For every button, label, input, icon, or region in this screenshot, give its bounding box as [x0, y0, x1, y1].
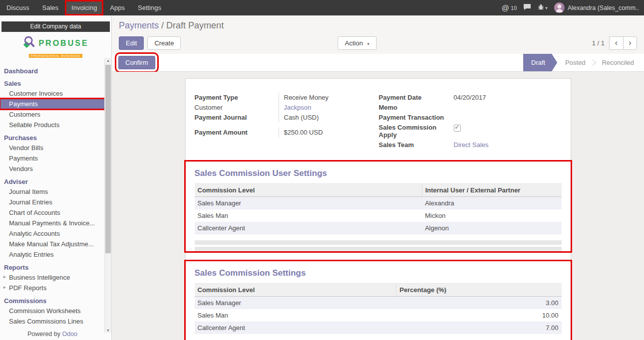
sidebar-heading-adviser[interactable]: Adviser	[0, 176, 105, 186]
cell-commission-level: Callcenter Agent	[195, 222, 422, 234]
status-posted[interactable]: Posted	[557, 54, 593, 71]
activity-count: 10	[511, 5, 517, 11]
avatar	[554, 2, 565, 13]
field-label: Payment Type	[195, 93, 279, 103]
sales-commission-user-settings-section: Sales Commission User Settings Commissio…	[186, 162, 571, 251]
cell-commission-level: Callcenter Agent	[195, 322, 396, 334]
status-draft[interactable]: Draft	[523, 54, 557, 71]
caret-down-icon: ▾	[545, 5, 548, 10]
sales-team-link[interactable]: Direct Sales	[454, 141, 489, 149]
field-label: Sales Commission Apply	[379, 123, 449, 140]
table-row[interactable]: Sales Manager Alexandra	[195, 197, 562, 210]
logo-text: PROBUSE	[38, 39, 88, 48]
table-row[interactable]: Callcenter Agent 7.00	[195, 322, 562, 334]
customer-link[interactable]: Jackpson	[284, 104, 312, 111]
caret-down-icon: ▾	[367, 41, 370, 46]
table-row[interactable]: Sales Man Mickon	[195, 209, 562, 222]
activities-menu[interactable]: @ 10	[502, 3, 517, 12]
status-reconciled[interactable]: Reconciled	[594, 54, 642, 71]
sidebar-item-sales-commissions-lines[interactable]: Sales Commissions Lines	[0, 316, 105, 327]
sidebar-item-analytic-accounts[interactable]: Analytic Accounts	[0, 228, 105, 239]
mention-icon: @	[502, 3, 509, 12]
user-menu[interactable]: Alexandra (Sales_comm..	[554, 2, 639, 13]
menu-discuss[interactable]: Discuss	[0, 0, 36, 15]
sidebar-item-pdf-reports[interactable]: ▸ PDF Reports	[0, 283, 105, 293]
sidebar-item-analytic-entries[interactable]: Analytic Entries	[0, 249, 105, 260]
sidebar-scrollbar[interactable]: ▲ ▼	[104, 58, 111, 333]
sidebar-item-payments-purchases[interactable]: Payments	[0, 153, 105, 164]
field-payment-journal: Payment Journal Cash (USD)	[195, 113, 374, 123]
edit-button[interactable]: Edit	[119, 36, 144, 50]
sidebar-item-vendors[interactable]: Vendors	[0, 164, 105, 174]
menu-invoicing[interactable]: Invoicing	[65, 0, 103, 15]
sidebar-item-payments-sales[interactable]: Payments	[0, 99, 105, 109]
sidebar-item-customer-invoices[interactable]: Customer Invoices	[0, 88, 105, 99]
sidebar-heading-dashboard[interactable]: Dashboard	[0, 65, 105, 76]
pager-next-button[interactable]: ›	[623, 36, 637, 50]
menu-sales[interactable]: Sales	[36, 0, 65, 15]
pager-value: 1 / 1	[592, 39, 605, 47]
sidebar-item-manual-payments-invoice[interactable]: Manual Payments & Invoice...	[0, 218, 105, 228]
cell-commission-level: Sales Manager	[195, 197, 422, 210]
sidebar-heading-purchases[interactable]: Purchases	[0, 132, 105, 143]
cell-percentage: 7.00	[396, 322, 562, 334]
field-sales-team: Sales Team Direct Sales	[379, 140, 562, 150]
table-row[interactable]: Sales Manager 3.00	[195, 297, 562, 310]
column-commission-level[interactable]: Commission Level	[195, 184, 422, 197]
debug-menu[interactable]: ▾	[538, 4, 548, 12]
action-dropdown-button[interactable]: Action ▾	[338, 36, 376, 50]
edit-company-button[interactable]: Edit Company data	[1, 21, 110, 32]
breadcrumb-payments-link[interactable]: Payments	[119, 20, 159, 30]
sidebar-item-make-manual-tax-adjustment[interactable]: Make Manual Tax Adjustme...	[0, 239, 105, 249]
sidebar-heading-reports[interactable]: Reports	[0, 262, 105, 272]
column-percentage[interactable]: Percentage (%)	[396, 284, 562, 297]
menu-apps[interactable]: Apps	[103, 0, 131, 15]
breadcrumb-current: Draft Payment	[166, 20, 224, 30]
cell-user: Mickon	[422, 209, 561, 222]
sidebar-heading-commissions[interactable]: Commissions	[0, 295, 105, 306]
confirm-button[interactable]: Confirm	[118, 56, 155, 69]
sidebar-item-sellable-products[interactable]: Sellable Products	[0, 120, 105, 130]
sidebar-item-vendor-bills[interactable]: Vendor Bills	[0, 143, 105, 153]
breadcrumb-separator: /	[161, 20, 164, 30]
menu-settings[interactable]: Settings	[131, 0, 168, 15]
sales-commission-apply-checkbox[interactable]: ✓	[454, 125, 461, 132]
field-payment-date: Payment Date 04/20/2017	[379, 93, 562, 103]
expand-icon: ▸	[3, 285, 6, 290]
button-row: Edit Create Action ▾ 1 / 1 ‹ ›	[119, 36, 637, 50]
pager-previous-button[interactable]: ‹	[609, 36, 623, 50]
table-row[interactable]: Sales Man 10.00	[195, 309, 562, 322]
cell-user: Alexandra	[422, 197, 561, 210]
section-title: Sales Commission Settings	[195, 268, 562, 278]
form-sheet: Payment Type Receive Money Customer Jack…	[185, 78, 571, 340]
sidebar-heading-sales[interactable]: Sales	[0, 78, 105, 88]
field-label: Payment Journal	[195, 113, 279, 123]
breadcrumb: Payments / Draft Payment	[119, 20, 637, 31]
scroll-down-icon[interactable]: ▼	[105, 329, 111, 332]
sidebar-item-customers[interactable]: Customers	[0, 109, 105, 120]
sidebar-item-journal-items[interactable]: Journal Items	[0, 186, 105, 197]
column-commission-level[interactable]: Commission Level	[195, 284, 396, 297]
sidebar-item-business-intelligence[interactable]: ▸ Business Intelligence	[0, 272, 105, 283]
sidebar-item-commission-worksheets[interactable]: Commission Worksheets	[0, 306, 105, 316]
scroll-up-icon[interactable]: ▲	[105, 59, 111, 62]
payment-date-value: 04/20/2017	[449, 93, 562, 103]
messages-menu[interactable]	[523, 3, 531, 12]
cell-commission-level: Sales Manager	[195, 297, 396, 310]
powered-by-text: Powered by	[27, 331, 60, 338]
expand-icon: ▸	[3, 274, 6, 279]
field-label: Payment Date	[379, 93, 449, 103]
table-row[interactable]: Callcenter Agent Algenon	[195, 222, 562, 234]
user-name: Alexandra (Sales_comm..	[568, 4, 639, 11]
scrollbar-thumb[interactable]	[105, 65, 111, 253]
odoo-link[interactable]: Odoo	[62, 331, 77, 338]
table-header-row: Commission Level Internal User / Externa…	[195, 184, 562, 197]
logo-tagline: PROFESSIONAL BUSINESS	[29, 54, 82, 58]
powered-by: Powered by Odoo	[0, 329, 105, 340]
payment-form: Payment Type Receive Money Customer Jack…	[195, 93, 562, 150]
sidebar-item-chart-of-accounts[interactable]: Chart of Accounts	[0, 207, 105, 218]
column-internal-user[interactable]: Internal User / External Partner	[422, 184, 561, 197]
sidebar-item-journal-entries[interactable]: Journal Entries	[0, 197, 105, 207]
top-navbar: Discuss Sales Invoicing Apps Settings @ …	[0, 0, 644, 15]
create-button[interactable]: Create	[147, 36, 181, 50]
